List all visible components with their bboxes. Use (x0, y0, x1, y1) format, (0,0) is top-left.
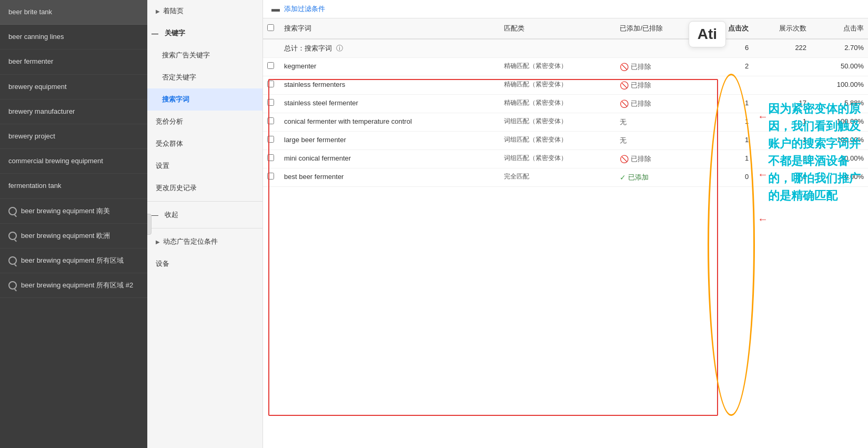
row-checkbox[interactable] (267, 136, 274, 143)
added-icon: ✓ (620, 173, 626, 182)
sidebar-item-brewery-project[interactable]: brewery project (0, 124, 147, 149)
status-cell: 无 (615, 132, 699, 150)
row-checkbox[interactable] (267, 173, 274, 180)
search-icon (8, 207, 17, 215)
nav-item-landing-page[interactable]: 着陆页 (147, 0, 263, 22)
info-icon[interactable]: ⓘ (336, 44, 343, 52)
status-cell: 🚫 已排除 (615, 95, 699, 113)
clicks-cell: 1 (699, 150, 753, 168)
impressions-cell: 1 (753, 132, 811, 150)
collapse-handle[interactable]: ‹ (147, 214, 152, 235)
match-type-cell: 精确匹配（紧密变体） (500, 58, 615, 76)
excluded-icon: 🚫 (620, 155, 629, 163)
status-cell: 🚫 已排除 (615, 150, 699, 168)
match-type-cell: 词组匹配（紧密变体） (500, 113, 615, 132)
impressions-cell: 1 (753, 168, 811, 187)
row-checkbox[interactable] (267, 99, 274, 106)
table-row: kegmenter 精确匹配（紧密变体） 🚫 已排除 2 50.00% (263, 58, 868, 76)
status-none-text: 无 (620, 136, 694, 145)
nav-item-settings[interactable]: 设置 (147, 155, 263, 177)
clicks-cell: 2 (699, 58, 753, 76)
keyword-cell: large beer fermenter (280, 132, 500, 150)
excluded-icon: 🚫 (620, 63, 629, 71)
sidebar-item-beer-brewing-2[interactable]: beer brewing equipment 欧洲 (0, 224, 147, 248)
row-checkbox-cell[interactable] (263, 150, 280, 168)
sidebar-item-commercial-brewing-equipment[interactable]: commercial brewing equipment (0, 149, 147, 174)
keyword-cell: kegmenter (280, 58, 500, 76)
nav-item-bid-analysis[interactable]: 竞价分析 (147, 111, 263, 133)
nav-item-search-keywords[interactable]: 搜索广告关键字 (147, 44, 263, 66)
select-all-checkbox[interactable] (267, 24, 274, 31)
table-row: large beer fermenter 词组匹配（紧密变体） 无 1 1 10… (263, 132, 868, 150)
row-checkbox-cell[interactable] (263, 168, 280, 187)
nav-item-search-terms[interactable]: 搜索字词 (147, 88, 263, 111)
impressions-cell (753, 76, 811, 95)
clicks-cell: 1 (699, 132, 753, 150)
ctr-cell: 50.00% (811, 58, 868, 76)
row-checkbox[interactable] (267, 62, 274, 69)
clicks-cell (699, 76, 753, 95)
row-checkbox[interactable] (267, 154, 274, 161)
keyword-cell: mini conical fermenter (280, 150, 500, 168)
search-icon (8, 232, 17, 240)
impressions-cell (753, 58, 811, 76)
table-row: stainless steel fermenter 精确匹配（紧密变体） 🚫 已… (263, 95, 868, 113)
search-icon (8, 256, 17, 265)
ati-badge: Ati (689, 21, 726, 47)
row-checkbox-cell[interactable] (263, 95, 280, 113)
row-checkbox-cell[interactable] (263, 113, 280, 132)
keyword-cell: best beer fermenter (280, 168, 500, 187)
row-checkbox[interactable] (267, 81, 274, 87)
sidebar-item-beer-fermenter[interactable]: beer fermenter (0, 49, 147, 74)
nav-item-dynamic-ad[interactable]: 动态广告定位条件 (147, 231, 263, 253)
ctr-cell: 5.88% (811, 95, 868, 113)
status-cell: ✓ 已添加 (615, 168, 699, 187)
match-type-cell: 词组匹配（紧密变体） (500, 132, 615, 150)
status-cell: 无 (615, 113, 699, 132)
match-type-text: 精确匹配（紧密变体） (504, 99, 611, 107)
clicks-cell: 1 (699, 95, 753, 113)
match-type-cell: 词组匹配（紧密变体） (500, 150, 615, 168)
nav-item-device[interactable]: 设备 (147, 253, 263, 275)
select-all-header[interactable] (263, 18, 280, 39)
row-checkbox-cell[interactable] (263, 76, 280, 95)
add-condition-label[interactable]: 添加过滤条件 (284, 4, 325, 14)
ctr-cell: 50.00% (811, 150, 868, 168)
nav-item-audience[interactable]: 受众群体 (147, 133, 263, 155)
total-ctr: 2.70% (811, 39, 868, 58)
excluded-icon: 🚫 (620, 99, 629, 108)
nav-panel: ‹ 着陆页 — 关键字 搜索广告关键字 否定关键字 搜索字词 竞价分析 受众群体… (147, 0, 263, 448)
keyword-cell: stainless fermenters (280, 76, 500, 95)
match-type-column-header: 匹配类 (500, 18, 615, 39)
sidebar-item-brewery-manufacturer[interactable]: brewery manufacturer (0, 99, 147, 124)
sidebar-item-beer-brewing-1[interactable]: beer brewing equipment 南美 (0, 199, 147, 224)
impressions-cell: 17 (753, 95, 811, 113)
sidebar-item-beer-brewing-3[interactable]: beer brewing equipment 所有区域 (0, 248, 147, 273)
sidebar-item-beer-brite-tank[interactable]: beer brite tank (0, 0, 147, 25)
total-impressions: 222 (753, 39, 811, 58)
sidebar-item-beer-canning-lines[interactable]: beer canning lines (0, 25, 147, 49)
table-row: stainless fermenters 精确匹配（紧密变体） 🚫 已排除 10… (263, 76, 868, 95)
search-term-column-header: 搜索字词 (280, 18, 500, 39)
main-content: ▬ 添加过滤条件 搜索字词 匹配类 已添加/已排除 (263, 0, 868, 448)
ctr-cell: 0.00% (811, 168, 868, 187)
nav-item-change-history[interactable]: 更改历史记录 (147, 177, 263, 199)
row-checkbox[interactable] (267, 117, 274, 124)
table-row: best beer fermenter 完全匹配 ✓ 已添加 0 1 0.00% (263, 168, 868, 187)
match-type-text: 完全匹配 (504, 173, 611, 181)
match-type-text: 精确匹配（紧密变体） (504, 81, 611, 89)
table-row: mini conical fermenter 词组匹配（紧密变体） 🚫 已排除 … (263, 150, 868, 168)
row-checkbox-cell[interactable] (263, 58, 280, 76)
sidebar-item-fermentation-tank[interactable]: fermentation tank (0, 174, 147, 198)
impressions-column-header[interactable]: 展示次数 (753, 18, 811, 39)
sidebar-item-brewery-equipment[interactable]: brewery equipment (0, 75, 147, 99)
match-type-text: 精确匹配（紧密变体） (504, 62, 611, 71)
nav-item-negative-keywords[interactable]: 否定关键字 (147, 66, 263, 88)
match-type-cell: 精确匹配（紧密变体） (500, 76, 615, 95)
sidebar-item-beer-brewing-4[interactable]: beer brewing equipment 所有区域 #2 (0, 273, 147, 298)
total-row: 总计：搜索字词 ⓘ 6 222 2.70% (263, 39, 868, 58)
ctr-column-header[interactable]: 点击率 (811, 18, 868, 39)
nav-item-collapse[interactable]: — 收起 (147, 204, 263, 226)
excluded-icon: 🚫 (620, 81, 629, 89)
row-checkbox-cell[interactable] (263, 132, 280, 150)
